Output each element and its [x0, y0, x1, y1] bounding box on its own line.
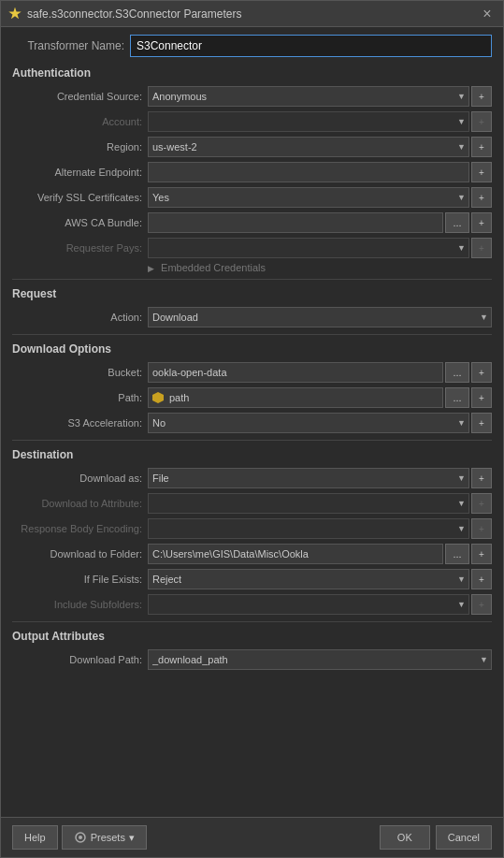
s3-acceleration-add-btn[interactable]: +: [471, 413, 492, 433]
download-path-label: Download Path:: [12, 654, 148, 665]
credential-source-select-wrapper: Anonymous AWS Profile Embedded Credentia…: [148, 86, 469, 107]
bucket-label: Bucket:: [12, 367, 148, 378]
requester-pays-add-btn[interactable]: +: [471, 238, 492, 258]
verify-ssl-field-group: Yes No ▼ +: [148, 187, 492, 208]
account-field-group: ▼ +: [148, 111, 492, 132]
download-to-attribute-field-group: ▼ +: [148, 493, 492, 514]
bucket-field-group: ... +: [148, 362, 492, 383]
aws-ca-bundle-input[interactable]: [148, 212, 443, 233]
ok-button[interactable]: OK: [380, 825, 430, 850]
footer-right: OK Cancel: [380, 825, 492, 850]
region-add-btn[interactable]: +: [471, 137, 492, 157]
if-file-exists-select-wrapper: Reject Overwrite Append ▼: [148, 569, 469, 589]
aws-ca-bundle-row: AWS CA Bundle: ... +: [12, 211, 492, 234]
verify-ssl-row: Verify SSL Certificates: Yes No ▼ +: [12, 186, 492, 209]
action-row: Action: Download Upload List ▼: [12, 306, 492, 328]
cancel-button[interactable]: Cancel: [436, 825, 492, 850]
verify-ssl-label: Verify SSL Certificates:: [12, 192, 148, 203]
download-path-select[interactable]: _download_path: [148, 649, 492, 670]
requester-pays-label: Requester Pays:: [12, 242, 148, 254]
requester-pays-row: Requester Pays: ▼ +: [12, 237, 492, 259]
auth-separator: [12, 279, 492, 280]
credential-source-row: Credential Source: Anonymous AWS Profile…: [12, 85, 492, 108]
presets-label: Presets: [91, 832, 125, 843]
transformer-name-input[interactable]: [130, 35, 492, 57]
close-button[interactable]: ×: [479, 6, 496, 22]
alternate-endpoint-input[interactable]: [148, 162, 469, 182]
region-select-wrapper: us-west-2 us-east-1 eu-west-1 ▼: [148, 137, 469, 157]
region-select[interactable]: us-west-2 us-east-1 eu-west-1: [148, 137, 469, 157]
account-row: Account: ▼ +: [12, 110, 492, 133]
credential-source-select[interactable]: Anonymous AWS Profile Embedded Credentia…: [148, 86, 469, 107]
download-to-folder-add-btn[interactable]: +: [471, 544, 492, 564]
path-add-btn[interactable]: +: [471, 387, 492, 408]
download-to-attribute-add-btn[interactable]: +: [471, 493, 492, 514]
download-to-folder-input[interactable]: [148, 544, 443, 564]
action-select-wrapper: Download Upload List ▼: [148, 307, 492, 327]
include-subfolders-field-group: ▼ +: [148, 594, 492, 615]
path-label: Path:: [12, 392, 148, 403]
download-path-row: Download Path: _download_path ▼: [12, 648, 492, 671]
download-as-select[interactable]: File Attribute: [148, 468, 469, 488]
alternate-endpoint-row: Alternate Endpoint: +: [12, 161, 492, 183]
verify-ssl-add-btn[interactable]: +: [471, 187, 492, 208]
requester-pays-field-group: ▼ +: [148, 238, 492, 258]
if-file-exists-select[interactable]: Reject Overwrite Append: [148, 569, 469, 589]
region-row: Region: us-west-2 us-east-1 eu-west-1 ▼ …: [12, 136, 492, 158]
s3-acceleration-select[interactable]: No Yes: [148, 413, 469, 433]
download-to-attribute-row: Download to Attribute: ▼ +: [12, 492, 492, 515]
download-to-attribute-select-wrapper: ▼: [148, 493, 469, 514]
if-file-exists-field-group: Reject Overwrite Append ▼ +: [148, 569, 492, 589]
verify-ssl-select[interactable]: Yes No: [148, 187, 469, 208]
bucket-input[interactable]: [148, 362, 443, 383]
s3-acceleration-select-wrapper: No Yes ▼: [148, 413, 469, 433]
action-field-group: Download Upload List ▼: [148, 307, 492, 327]
alternate-endpoint-add-btn[interactable]: +: [471, 162, 492, 182]
output-attributes-header: Output Attributes: [12, 630, 492, 645]
svg-point-2: [79, 836, 82, 839]
if-file-exists-add-btn[interactable]: +: [471, 569, 492, 589]
titlebar-left: safe.s3connector.S3Connector Parameters: [8, 7, 241, 21]
embedded-credentials-label: ▶ Embedded Credentials: [148, 262, 266, 273]
alternate-endpoint-field-group: +: [148, 162, 492, 182]
if-file-exists-label: If File Exists:: [12, 574, 148, 585]
path-row: Path: ... +: [12, 386, 492, 409]
action-select[interactable]: Download Upload List: [148, 307, 492, 327]
download-to-folder-browse-btn[interactable]: ...: [445, 544, 469, 564]
download-to-attribute-select: [148, 493, 469, 514]
footer: Help Presets ▾ OK Cancel: [1, 817, 503, 857]
download-path-field-group: _download_path ▼: [148, 649, 492, 670]
aws-ca-bundle-add-btn[interactable]: +: [471, 212, 492, 233]
titlebar-title: safe.s3connector.S3Connector Parameters: [27, 7, 241, 21]
response-body-encoding-field-group: ▼ +: [148, 518, 492, 539]
request-header: Request: [12, 287, 492, 302]
download-to-attribute-label: Download to Attribute:: [12, 498, 148, 509]
response-body-encoding-label: Response Body Encoding:: [12, 523, 148, 534]
account-select-wrapper: ▼: [148, 111, 469, 132]
download-path-select-wrapper: _download_path ▼: [148, 649, 492, 670]
presets-icon: [74, 831, 87, 844]
aws-ca-bundle-browse-btn[interactable]: ...: [445, 212, 469, 233]
bucket-browse-btn[interactable]: ...: [445, 362, 469, 383]
help-button[interactable]: Help: [12, 825, 58, 850]
region-field-group: us-west-2 us-east-1 eu-west-1 ▼ +: [148, 137, 492, 157]
download-to-folder-label: Download to Folder:: [12, 548, 148, 560]
presets-button[interactable]: Presets ▾: [62, 825, 147, 850]
credential-source-add-btn[interactable]: +: [471, 86, 492, 107]
download-as-row: Download as: File Attribute ▼ +: [12, 467, 492, 489]
account-select: [148, 111, 469, 132]
bucket-row: Bucket: ... +: [12, 361, 492, 384]
embedded-credentials-row[interactable]: ▶ Embedded Credentials: [12, 262, 492, 273]
credential-source-label: Credential Source:: [12, 91, 148, 102]
bucket-add-btn[interactable]: +: [471, 362, 492, 383]
path-input[interactable]: [148, 387, 443, 408]
account-add-btn[interactable]: +: [471, 111, 492, 132]
if-file-exists-row: If File Exists: Reject Overwrite Append …: [12, 568, 492, 590]
action-label: Action:: [12, 312, 148, 323]
s3-acceleration-label: S3 Acceleration:: [12, 417, 148, 429]
response-body-encoding-add-btn[interactable]: +: [471, 518, 492, 539]
destination-header: Destination: [12, 448, 492, 463]
path-browse-btn[interactable]: ...: [445, 387, 469, 408]
include-subfolders-add-btn[interactable]: +: [471, 594, 492, 615]
download-as-add-btn[interactable]: +: [471, 468, 492, 488]
